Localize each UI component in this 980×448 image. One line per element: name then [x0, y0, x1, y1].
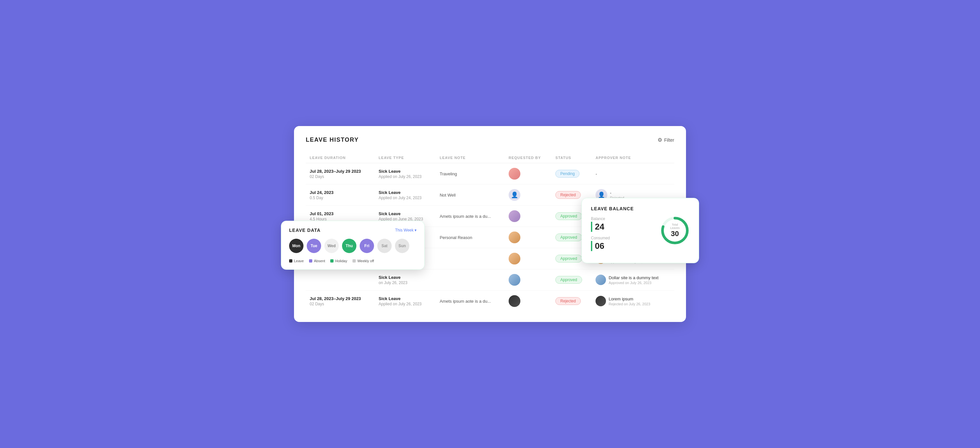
avatar: [509, 295, 520, 307]
status-badge: Approved: [555, 255, 582, 262]
avatar: [509, 253, 520, 264]
avatar: [595, 275, 606, 285]
header: LEAVE HISTORY ⚙ Filter: [306, 137, 674, 143]
cell-type: Sick Leaveon July 26, 2023: [375, 269, 436, 291]
cell-note: Amets ipsum aote is a du...: [436, 291, 505, 312]
avatar: [509, 232, 520, 243]
leave-balance-widget: LEAVE BALANCE Balance 24 Consumed 06 Tot…: [581, 198, 699, 263]
donut-label: Total Leaves: [668, 223, 682, 230]
day-circle[interactable]: Wed: [325, 239, 339, 253]
legend-item: Leave: [289, 259, 304, 263]
balance-label: Balance: [591, 216, 652, 221]
cell-duration: Jul 24, 20230.5 Day: [306, 184, 375, 206]
consumed-item: Consumed 06: [591, 236, 652, 251]
approver-note-sub: Rejected on July 26, 2023: [609, 302, 650, 306]
balance-item: Balance 24: [591, 216, 652, 232]
duration-sub: 02 Days: [310, 302, 371, 306]
table-row: Jul 28, 2023–July 29 202302 DaysSick Lea…: [306, 163, 674, 184]
day-circle[interactable]: Thu: [342, 239, 356, 253]
table-row: Sick Leaveon July 26, 2023Approved Dolla…: [306, 269, 674, 291]
consumed-label: Consumed: [591, 236, 652, 240]
approver-note-sub: Approved on July 26, 2023: [609, 281, 658, 285]
leave-note-text: Not Well: [440, 193, 456, 197]
legend-dot: [309, 259, 312, 262]
day-circle[interactable]: Mon: [289, 239, 304, 253]
cell-type: Sick LeaveApplied on July 26, 2023: [375, 291, 436, 312]
avatar: [595, 296, 606, 306]
legend: LeaveAbsentHolidayWeekly off: [289, 259, 417, 263]
leave-type-main: Sick Leave: [379, 211, 432, 216]
status-badge: Approved: [555, 212, 582, 220]
status-badge: Rejected: [555, 191, 581, 199]
col-status: STATUS: [551, 153, 592, 163]
status-badge: Rejected: [555, 297, 581, 305]
legend-item: Absent: [309, 259, 325, 263]
cell-note: Personal Reason: [436, 227, 505, 248]
balance-info: LEAVE BALANCE Balance 24 Consumed 06: [591, 206, 652, 255]
leave-note-text: Personal Reason: [440, 235, 473, 240]
cell-approver-note: Lorem ipsumRejected on July 26, 2023: [592, 291, 674, 312]
chevron-down-icon: ▾: [415, 228, 417, 232]
approver-note-text: -: [595, 172, 597, 176]
main-card: LEAVE HISTORY ⚙ Filter LEAVE DURATION LE…: [294, 126, 686, 322]
donut-chart: Total Leaves 30: [660, 216, 690, 245]
cell-requested-by: [505, 163, 551, 184]
leave-note-text: Amets ipsum aote is a du...: [440, 299, 491, 303]
cell-status: Approved: [551, 269, 592, 291]
col-duration: LEAVE DURATION: [306, 153, 375, 163]
page-title: LEAVE HISTORY: [306, 137, 359, 143]
col-approver: APPROVER NOTE: [592, 153, 674, 163]
cell-requested-by: [505, 227, 551, 248]
cell-note: Amets ipsum aote is a du...: [436, 206, 505, 227]
status-badge: Approved: [555, 234, 582, 241]
status-badge: Pending: [555, 170, 579, 178]
leave-type-main: Sick Leave: [379, 296, 432, 301]
filter-button[interactable]: ⚙ Filter: [657, 137, 674, 143]
cell-note: [436, 269, 505, 291]
leave-type-sub: on July 26, 2023: [379, 281, 432, 285]
legend-label: Leave: [294, 259, 304, 263]
cell-approver-note: Dollar site is a dummy textApproved on J…: [592, 269, 674, 291]
cell-status: Rejected: [551, 291, 592, 312]
table-row: Jul 28, 2023–July 29 202302 DaysSick Lea…: [306, 291, 674, 312]
day-circle[interactable]: Sat: [377, 239, 392, 253]
duration-main: Jul 24, 2023: [310, 190, 371, 195]
cell-note: Traveling: [436, 163, 505, 184]
day-circle[interactable]: Fri: [360, 239, 374, 253]
this-week-button[interactable]: This Week ▾: [395, 228, 417, 232]
cell-requested-by: [505, 291, 551, 312]
cell-requested-by: [505, 269, 551, 291]
cell-duration: Jul 28, 2023–July 29 202302 Days: [306, 291, 375, 312]
leave-note-text: Traveling: [440, 172, 457, 176]
donut-center: Total Leaves 30: [668, 223, 682, 238]
leave-type-main: Sick Leave: [379, 275, 432, 280]
approver-cell: Lorem ipsumRejected on July 26, 2023: [595, 296, 670, 306]
balance-title: LEAVE BALANCE: [591, 206, 652, 211]
donut-number: 30: [668, 230, 682, 238]
leave-note-text: Amets ipsum aote is a du...: [440, 214, 491, 219]
leave-type-sub: Applied on July 26, 2023: [379, 174, 432, 179]
avatar: 👤: [509, 189, 520, 201]
cell-note: Not Well: [436, 184, 505, 206]
col-note: LEAVE NOTE: [436, 153, 505, 163]
duration-sub: 02 Days: [310, 174, 371, 179]
col-requested: REQUESTED BY: [505, 153, 551, 163]
avatar: [509, 168, 520, 180]
leave-type-main: Sick Leave: [379, 169, 432, 174]
cell-duration: Jul 28, 2023–July 29 202302 Days: [306, 163, 375, 184]
day-circle[interactable]: Tue: [307, 239, 321, 253]
status-badge: Approved: [555, 276, 582, 284]
duration-main: Jul 01, 2023: [310, 211, 371, 216]
consumed-value: 06: [591, 241, 652, 251]
col-type: LEAVE TYPE: [375, 153, 436, 163]
day-circle[interactable]: Sun: [395, 239, 409, 253]
leave-data-header: LEAVE DATA This Week ▾: [289, 227, 417, 233]
duration-main: Jul 28, 2023–July 29 2023: [310, 296, 371, 301]
cell-duration: [306, 269, 375, 291]
legend-dot: [289, 259, 293, 262]
legend-label: Holiday: [335, 259, 347, 263]
legend-dot: [330, 259, 334, 262]
legend-item: Holiday: [330, 259, 347, 263]
avatar: [509, 210, 520, 222]
cell-type: Sick LeaveApplied on July 26, 2023: [375, 163, 436, 184]
